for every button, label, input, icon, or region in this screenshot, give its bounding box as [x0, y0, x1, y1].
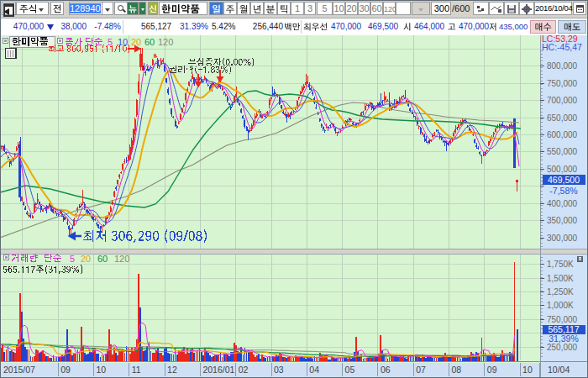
svg-text:2015/07: 2015/07 [3, 365, 35, 375]
svg-text:750,000: 750,000 [547, 79, 578, 88]
svg-text:1,000K: 1,000K [547, 301, 574, 310]
svg-text:10/04: 10/04 [548, 365, 570, 375]
svg-text:650,000: 650,000 [547, 113, 578, 123]
svg-text:07: 07 [416, 365, 426, 375]
svg-text:250,000: 250,000 [547, 343, 578, 352]
svg-text:04: 04 [309, 365, 319, 375]
svg-text:12: 12 [167, 365, 177, 375]
svg-text:03: 03 [274, 365, 284, 375]
svg-text:11: 11 [132, 365, 141, 375]
svg-text:10: 10 [522, 365, 533, 375]
svg-text:09: 09 [487, 365, 497, 375]
svg-text:400,000: 400,000 [547, 199, 578, 208]
svg-text:02: 02 [239, 365, 249, 375]
svg-text:-7,58%: -7,58% [549, 186, 577, 196]
svg-text:HC:-45,47: HC:-45,47 [542, 42, 582, 52]
svg-text:5: 5 [108, 37, 113, 47]
svg-text:10: 10 [97, 365, 107, 375]
svg-text:60: 60 [97, 254, 108, 264]
svg-text:120: 120 [158, 37, 173, 47]
svg-text:550,000: 550,000 [547, 147, 578, 156]
svg-text:5: 5 [70, 254, 75, 264]
svg-text:800,000: 800,000 [547, 61, 578, 71]
svg-text:20: 20 [131, 37, 141, 47]
svg-text:350,000: 350,000 [547, 216, 578, 225]
svg-text:469,500: 469,500 [548, 175, 580, 185]
svg-text:1,250K: 1,250K [547, 287, 574, 297]
svg-text:500,000: 500,000 [547, 165, 578, 174]
svg-text:120: 120 [114, 254, 129, 264]
svg-text:1,500K: 1,500K [547, 274, 574, 283]
svg-text:05: 05 [345, 365, 355, 375]
svg-text:20: 20 [81, 254, 91, 264]
svg-text:2016/01: 2016/01 [202, 365, 234, 375]
svg-text:31,39%: 31,39% [549, 333, 579, 344]
svg-text:700,000: 700,000 [547, 96, 578, 105]
svg-text:06: 06 [381, 365, 391, 375]
svg-text:1,750K: 1,750K [547, 260, 574, 269]
svg-text:10: 10 [118, 37, 128, 47]
svg-text:300,000: 300,000 [547, 234, 578, 243]
svg-text:09: 09 [60, 365, 71, 375]
svg-text:750,000: 750,000 [547, 315, 578, 324]
svg-text:600,000: 600,000 [547, 130, 578, 139]
svg-text:08: 08 [452, 365, 462, 375]
svg-text:60: 60 [144, 37, 155, 47]
